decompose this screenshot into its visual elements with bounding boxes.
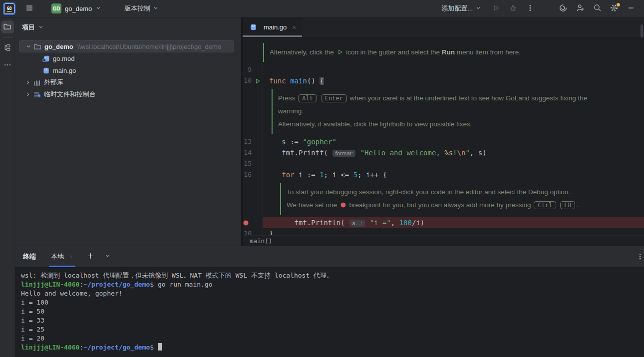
chevron-down-icon [104,253,111,261]
breadcrumbs-bar[interactable]: main() [243,235,644,246]
code-line[interactable]: 15 [243,158,644,169]
run-configuration-selector[interactable]: 添加配置... [438,2,484,14]
terminal-panel: 终端 本地 wsl: 检测到 localhost 代理配置，但未镜像到 WSL。… [15,246,644,357]
terminal-tab-local[interactable]: 本地 [49,246,75,267]
stripe-divider [2,37,12,38]
minimize-window-button[interactable] [624,1,638,15]
bug-icon [509,4,517,13]
library-icon [33,78,41,86]
main-menu-button[interactable] [22,1,36,15]
tip-paragraph: We have set one breakpoint for you, but … [287,199,578,212]
breakpoint-dot[interactable] [243,220,252,226]
tip-bold-text: Run [442,48,455,56]
chevron-down-icon [95,5,101,12]
terminal-line: linjjj@LIN-4060:~/project/go_demo$ [21,343,644,352]
code-line[interactable]: fmt.Println( a…: "i =", 100/i) [243,217,644,228]
settings-button[interactable] [607,1,621,15]
terminal-panel-title[interactable]: 终端 [23,252,36,261]
line-number: 13 [243,136,253,147]
terminal-line: Hello and welcome, gopher! [21,289,644,298]
breakpoint-icon [340,202,346,208]
tree-row[interactable]: go_demo\\wsl.localhost\Ubuntu\home\linjj… [19,40,234,52]
chevron-right-icon[interactable] [23,79,33,85]
tip-row: Alternatively, click the icon in the gut… [243,40,644,64]
code-text: fmt.Println( a…: "i =", 100/i) [263,217,644,228]
gutter: 16 [243,169,263,180]
tab-main-go[interactable]: main.go [243,17,302,37]
new-terminal-tab-button[interactable] [83,250,97,264]
run-icon [337,49,343,55]
project-widget[interactable]: GD go_demo [48,2,104,15]
gutter [243,40,263,64]
gutter [243,180,263,217]
terminal-tab-label: 本地 [51,252,64,261]
run-gutter-icon[interactable] [253,78,263,84]
chevron-right-icon[interactable] [23,91,33,97]
structure-tool-button[interactable] [1,42,14,55]
tree-row-label: main.go [53,67,76,74]
ai-assistant-icon [559,3,568,14]
gutter: 15 [243,158,263,169]
debug-button[interactable] [506,1,520,15]
line-number: 10 [243,75,253,86]
scratch-icon [33,90,41,98]
vcs-widget[interactable]: 版本控制 [121,2,162,14]
terminal-output[interactable]: wsl: 检测到 localhost 代理配置，但未镜像到 WSL。NAT 模式… [15,268,644,357]
run-icon [492,4,500,13]
parameter-hint-chip: a…: [349,220,365,227]
close-icon[interactable] [291,24,297,30]
more-tool-windows-button[interactable] [1,59,14,72]
line-number: 9 [243,64,253,75]
tree-row[interactable]: main.go [15,64,241,76]
goland-logo-icon[interactable]: GO [4,3,14,14]
code-line[interactable]: 16 for i := 1; i <= 5; i++ { [243,169,644,180]
plus-icon [87,252,94,261]
code-line[interactable]: 20} [243,228,644,235]
tip-paragraph: To start your debugging session, right-c… [287,186,578,199]
tree-row[interactable]: 临时文件和控制台 [15,88,241,100]
terminal-tab-list-button[interactable] [100,250,114,264]
tree-row-label: go.mod [53,55,74,62]
search-everywhere-button[interactable] [590,1,604,15]
close-icon[interactable] [68,254,73,260]
project-panel-header[interactable]: 项目 [15,17,241,37]
code-line[interactable]: 14 fmt.Printf( format: "Hello and welcom… [243,147,644,158]
gutter: 13 [243,136,263,147]
breadcrumb[interactable]: main() [250,237,272,245]
project-tool-button[interactable] [1,20,14,33]
code-line[interactable]: 9 [243,64,644,75]
gomod-icon [42,54,50,62]
gofile-icon [42,66,50,74]
editor-scrollbar-thumb[interactable] [641,24,643,37]
line-number [243,220,253,226]
terminal-line: linjjj@LIN-4060:~/project/go_demo$ go ru… [21,280,644,289]
code-with-me-button[interactable] [573,1,587,15]
code-text: s := "gopher" [263,136,336,147]
parameter-hint-chip: format: [332,150,355,157]
project-panel-title: 项目 [22,23,35,32]
chevron-down-icon[interactable] [23,43,33,49]
code-line[interactable]: 13 s := "gopher" [243,136,644,147]
gutter: 9 [243,64,263,75]
tree-row[interactable]: 外部库 [15,76,241,88]
terminal-header: 终端 本地 [15,246,644,268]
line-number: 16 [243,169,253,180]
gutter: 10 [243,75,263,86]
gutter: 20 [243,228,263,235]
run-button[interactable] [489,1,503,15]
tip-row: To start your debugging session, right-c… [243,180,644,217]
tree-row[interactable]: go.mod [15,52,241,64]
project-tree: go_demo\\wsl.localhost\Ubuntu\home\linjj… [15,37,241,100]
tab-label: main.go [264,23,287,31]
code-line[interactable]: 10func main() { [243,75,644,86]
project-panel: 项目 go_demo\\wsl.localhost\Ubuntu\home\li… [15,17,243,246]
editor-code[interactable]: Alternatively, click the icon in the gut… [243,37,644,235]
terminal-line: i = 50 [21,307,644,316]
title-bar: GO GD go_demo 版本控制 添加配置... [0,0,644,17]
ai-assistant-button[interactable] [556,1,570,15]
tip-paragraph: Alternatively, if available, click the l… [278,118,594,131]
tip-paragraph: Press Alt Enter when your caret is at th… [278,92,594,118]
key-chip: Enter [321,94,347,102]
more-actions-button[interactable] [523,1,537,15]
terminal-options-button[interactable] [633,250,644,264]
